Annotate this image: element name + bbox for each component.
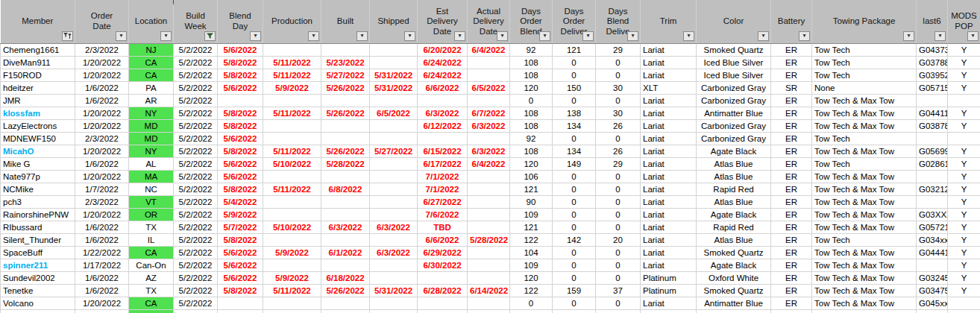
cell-est-delivery[interactable]: 7/1/2022 <box>418 170 468 183</box>
cell-days-blend-deliver[interactable]: 0 <box>596 170 641 183</box>
cell-towing-package[interactable]: Tow Tech & Max Tow <box>812 145 917 157</box>
cell-build-week[interactable]: 5/2/2022 <box>174 233 218 246</box>
cell-production[interactable] <box>263 170 321 183</box>
cell-last6[interactable]: G03XXX <box>917 208 948 221</box>
cell-days-order-deliver[interactable]: 0 <box>553 208 596 221</box>
cell-production[interactable] <box>263 43 321 56</box>
cell-location[interactable]: NC <box>129 183 174 195</box>
cell-build-week[interactable]: 5/2/2022 <box>174 43 218 56</box>
cell-mods-pop[interactable]: Y <box>948 43 980 56</box>
cell-last6[interactable] <box>917 309 948 313</box>
cell-days-blend-deliver[interactable]: 0 <box>596 132 641 145</box>
cell-built[interactable] <box>321 195 370 208</box>
cell-days-order-blend[interactable]: 109 <box>510 208 553 221</box>
cell-built[interactable]: 5/26/2022 <box>321 145 370 157</box>
cell-order-date[interactable]: 1/20/2022 <box>75 297 129 309</box>
cell-mods-pop[interactable]: Y <box>948 69 980 81</box>
cell-days-blend-deliver[interactable]: 0 <box>596 69 641 81</box>
cell-shipped[interactable] <box>370 183 418 195</box>
cell-color[interactable]: Rapid Red <box>697 221 771 233</box>
cell-built[interactable] <box>321 297 370 309</box>
cell-build-week[interactable]: 5/2/2022 <box>174 195 218 208</box>
cell-battery[interactable]: ER <box>771 271 812 284</box>
cell-trim[interactable]: Lariat <box>641 107 697 119</box>
cell-shipped[interactable] <box>370 56 418 69</box>
cell-days-blend-deliver[interactable]: 0 <box>596 195 641 208</box>
cell-color[interactable]: Rapid Red <box>697 183 771 195</box>
cell-days-blend-deliver[interactable]: 29 <box>596 43 641 56</box>
cell-build-week[interactable]: 5/2/2022 <box>174 145 218 157</box>
cell-member[interactable]: MicahO <box>1 145 75 157</box>
cell-shipped[interactable] <box>370 119 418 132</box>
cell-est-delivery[interactable]: 6/29/2022 <box>418 246 468 259</box>
cell-built[interactable] <box>321 233 370 246</box>
cell-mods-pop[interactable]: Y <box>948 170 980 183</box>
cell-production[interactable]: 5/10/2022 <box>263 157 321 170</box>
cell-actual-delivery[interactable] <box>468 94 510 107</box>
cell-built[interactable]: 5/26/2022 <box>321 81 370 94</box>
cell-order-date[interactable]: 1/20/2022 <box>75 170 129 183</box>
cell-towing-package[interactable]: Tow Tech & Max Tow <box>812 170 917 183</box>
cell-order-date[interactable]: 1/6/2022 <box>75 81 129 94</box>
cell-color[interactable]: Antimatter Blue <box>697 309 771 313</box>
cell-built[interactable]: 5/28/2022 <box>321 157 370 170</box>
cell-color[interactable]: Smoked Quartz <box>697 246 771 259</box>
cell-est-delivery[interactable]: 6/6/2022 <box>418 81 468 94</box>
cell-mods-pop[interactable]: Y <box>948 157 980 170</box>
cell-built[interactable] <box>321 119 370 132</box>
cell-member[interactable]: F150ROD <box>1 69 75 81</box>
cell-actual-delivery[interactable]: 5/28/2022 <box>468 233 510 246</box>
cell-build-week[interactable]: 5/2/2022 <box>174 132 218 145</box>
chevron-down-icon[interactable]: ▾ <box>308 31 319 41</box>
cell-location[interactable]: CA <box>129 56 174 69</box>
cell-towing-package[interactable]: None <box>812 81 917 94</box>
cell-days-order-deliver[interactable]: 0 <box>553 195 596 208</box>
cell-blend-day[interactable]: 5/8/2022 <box>218 69 263 81</box>
cell-days-order-deliver[interactable]: 159 <box>553 284 596 297</box>
cell-location[interactable]: NY <box>129 107 174 119</box>
cell-days-blend-deliver[interactable]: 30 <box>596 81 641 94</box>
cell-color[interactable]: Agate Black <box>697 145 771 157</box>
cell-est-delivery[interactable]: 6/28/2022 <box>418 284 468 297</box>
cell-battery[interactable]: ER <box>771 233 812 246</box>
cell-days-blend-deliver[interactable]: 0 <box>596 94 641 107</box>
cell-trim[interactable]: Lariat <box>641 208 697 221</box>
cell-order-date[interactable]: 1/6/2022 <box>75 94 129 107</box>
funnel-filter-icon[interactable] <box>204 31 216 41</box>
cell-color[interactable]: Oxford White <box>697 271 771 284</box>
cell-order-date[interactable]: 1/20/2022 <box>75 69 129 81</box>
cell-member[interactable]: Mike G <box>1 157 75 170</box>
cell-color[interactable]: Atlas Blue <box>697 157 771 170</box>
cell-trim[interactable]: Lariat <box>641 56 697 69</box>
cell-shipped[interactable] <box>370 43 418 56</box>
cell-trim[interactable]: Lariat <box>641 170 697 183</box>
cell-member[interactable]: DiveMan911 <box>1 56 75 69</box>
cell-days-order-deliver[interactable]: 0 <box>553 183 596 195</box>
cell-order-date[interactable]: 1/6/2022 <box>75 271 129 284</box>
cell-est-delivery[interactable]: 6/24/2022 <box>418 56 468 69</box>
cell-built[interactable]: 5/23/2022 <box>321 56 370 69</box>
cell-production[interactable] <box>263 297 321 309</box>
cell-trim[interactable]: Lariat <box>641 233 697 246</box>
cell-shipped[interactable] <box>370 195 418 208</box>
cell-production[interactable]: 5/9/2022 <box>263 81 321 94</box>
cell-location[interactable]: OR <box>129 208 174 221</box>
cell-days-order-blend[interactable]: 121 <box>510 221 553 233</box>
cell-blend-day[interactable]: 5/9/2022 <box>218 208 263 221</box>
cell-production[interactable]: 5/9/2022 <box>263 271 321 284</box>
cell-member[interactable]: SpaceBuff <box>1 246 75 259</box>
cell-actual-delivery[interactable]: 6/3/2022 <box>468 119 510 132</box>
cell-shipped[interactable]: 6/3/2022 <box>370 221 418 233</box>
cell-last6[interactable]: G05721 <box>917 221 948 233</box>
cell-battery[interactable]: ER <box>771 284 812 297</box>
cell-est-delivery[interactable]: TBD <box>418 221 468 233</box>
cell-mods-pop[interactable]: Y <box>948 246 980 259</box>
cell-days-order-deliver[interactable]: 138 <box>553 107 596 119</box>
cell-mods-pop[interactable]: Y <box>948 233 980 246</box>
cell-blend-day[interactable]: 5/6/2022 <box>218 246 263 259</box>
cell-towing-package[interactable]: Tow Tech & Max Tow <box>812 309 917 313</box>
cell-order-date[interactable]: 1/6/2022 <box>75 284 129 297</box>
cell-est-delivery[interactable]: 6/27/2022 <box>418 195 468 208</box>
cell-mods-pop[interactable]: Y <box>948 208 980 221</box>
chevron-down-icon[interactable]: ▾ <box>356 31 368 41</box>
